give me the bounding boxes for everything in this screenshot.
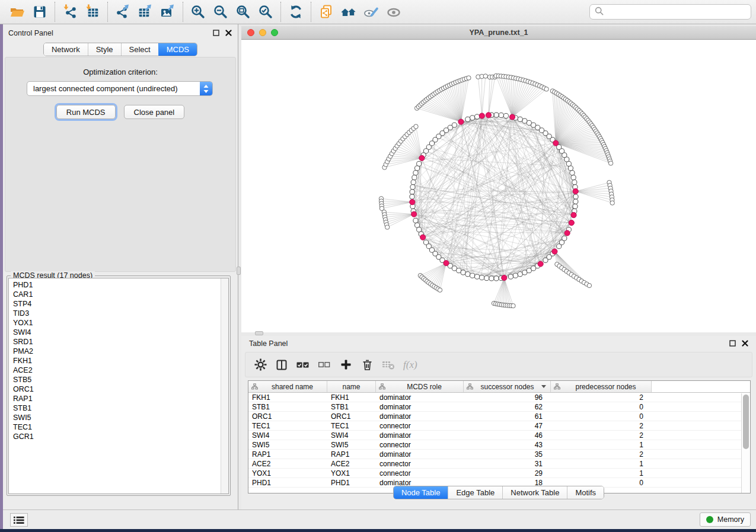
tab-style[interactable]: Style xyxy=(88,43,121,56)
zoom-fit-button[interactable] xyxy=(232,2,254,21)
vertical-splitter-handle[interactable] xyxy=(237,267,241,275)
show-columns-icon[interactable] xyxy=(275,358,288,372)
mcds-result-item[interactable]: TID3 xyxy=(13,309,228,318)
table-cell: 29 xyxy=(464,469,551,477)
close-table-panel-icon[interactable] xyxy=(741,339,748,347)
float-table-panel-icon[interactable] xyxy=(729,339,736,347)
column-header-filler xyxy=(652,381,750,392)
network-canvas[interactable] xyxy=(241,40,756,332)
zoom-out-icon xyxy=(213,4,228,20)
float-panel-icon[interactable] xyxy=(212,29,219,36)
mcds-result-item[interactable]: STP4 xyxy=(13,299,228,309)
memory-button[interactable]: Memory xyxy=(700,512,751,527)
task-history-button[interactable] xyxy=(10,513,28,527)
mcds-result-item[interactable]: SWI5 xyxy=(13,413,228,422)
search-input[interactable] xyxy=(607,8,746,17)
close-panel-button[interactable]: Close panel xyxy=(124,105,185,119)
table-settings-gear-icon[interactable] xyxy=(254,358,267,372)
tab-network-table[interactable]: Network Table xyxy=(502,486,567,499)
zoom-fit-icon xyxy=(235,4,251,20)
import-table-button[interactable] xyxy=(81,2,104,21)
horizontal-splitter-handle[interactable] xyxy=(255,331,263,335)
mcds-result-list[interactable]: PHD1CAR1STP4TID3YOX1SWI4SRD1PMA2FKH1ACE2… xyxy=(8,278,229,494)
export-image-icon xyxy=(160,4,176,20)
sort-indicator-icon[interactable] xyxy=(541,385,546,388)
table-cell: ACE2 xyxy=(248,459,327,468)
run-mcds-button[interactable]: Run MCDS xyxy=(56,105,116,119)
open-session-button[interactable] xyxy=(6,2,28,21)
mcds-result-item[interactable]: ACE2 xyxy=(13,366,228,375)
table-cell: SWI5 xyxy=(327,440,376,449)
mcds-result-item[interactable]: PHD1 xyxy=(13,280,228,290)
import-network-button[interactable] xyxy=(59,2,81,21)
mcds-result-item[interactable]: ORC1 xyxy=(13,384,228,394)
table-cell: connector xyxy=(376,469,464,477)
function-builder-icon: f(x) xyxy=(403,358,417,372)
export-image-button[interactable] xyxy=(157,2,179,21)
table-scrollbar[interactable] xyxy=(741,393,750,493)
create-column-icon[interactable] xyxy=(339,358,352,372)
column-header-MCDS-role[interactable]: MCDS role xyxy=(376,381,464,392)
zoom-out-button[interactable] xyxy=(209,2,232,21)
column-header-shared-name[interactable]: shared name xyxy=(248,381,327,392)
table-row[interactable]: FKH1FKH1dominator962 xyxy=(248,393,750,402)
close-panel-icon[interactable] xyxy=(225,29,232,36)
table-row[interactable]: STB1STB1dominator620 xyxy=(248,402,750,412)
export-network-button[interactable] xyxy=(111,2,134,21)
table-panel-title: Table Panel xyxy=(249,339,288,348)
table-row[interactable]: ORC1ORC1dominator610 xyxy=(248,412,750,421)
mcds-result-item[interactable]: FKH1 xyxy=(13,356,228,366)
tab-node-table[interactable]: Node Table xyxy=(394,486,448,499)
table-row[interactable]: YOX1YOX1connector291 xyxy=(248,469,750,478)
table-cell: 1 xyxy=(551,440,652,449)
table-cell: ORC1 xyxy=(327,412,376,421)
tab-select[interactable]: Select xyxy=(121,43,158,56)
tab-network[interactable]: Network xyxy=(44,43,88,56)
unselect-all-columns-icon[interactable] xyxy=(318,358,331,372)
network-window-titlebar[interactable]: YPA_prune.txt_1 xyxy=(241,26,756,40)
clone-network-button[interactable] xyxy=(315,2,337,21)
table-row[interactable]: ACE2ACE2connector311 xyxy=(248,459,750,469)
column-header-name[interactable]: name xyxy=(327,381,376,392)
mcds-result-item[interactable]: YOX1 xyxy=(13,318,228,328)
table-row[interactable]: TEC1TEC1connector472 xyxy=(248,421,750,431)
control-panel-title: Control Panel xyxy=(8,29,53,37)
mcds-result-item[interactable]: RAP1 xyxy=(13,394,228,403)
result-list-scrollbar[interactable] xyxy=(221,278,228,493)
export-network-icon xyxy=(115,4,130,20)
refresh-view-button[interactable] xyxy=(285,2,307,21)
table-cell: SWI4 xyxy=(327,431,376,440)
table-cell: dominator xyxy=(376,431,464,440)
select-all-columns-icon[interactable] xyxy=(296,358,310,372)
mcds-result-item[interactable]: STB5 xyxy=(13,375,228,384)
first-neighbors-button[interactable] xyxy=(337,2,360,21)
column-header-successor-nodes[interactable]: successor nodes xyxy=(464,381,551,392)
zoom-in-button[interactable] xyxy=(187,2,209,21)
mcds-result-item[interactable]: GCR1 xyxy=(13,432,228,441)
mcds-result-item[interactable]: SWI4 xyxy=(13,328,228,337)
hide-selected-button[interactable] xyxy=(360,2,382,21)
tab-motifs[interactable]: Motifs xyxy=(567,486,604,499)
export-table-button[interactable] xyxy=(134,2,157,21)
mcds-result-item[interactable]: STB1 xyxy=(13,403,228,413)
tab-mcds[interactable]: MCDS xyxy=(158,43,197,56)
mcds-result-item[interactable]: PMA2 xyxy=(13,347,228,356)
tab-edge-table[interactable]: Edge Table xyxy=(448,486,502,499)
show-all-button[interactable] xyxy=(382,2,405,21)
table-row[interactable]: SWI4SWI4dominator462 xyxy=(248,431,750,440)
optimization-criterion-select[interactable]: largest connected component (undirected) xyxy=(27,81,213,96)
table-cell: 2 xyxy=(551,393,652,402)
zoom-selected-button[interactable] xyxy=(254,2,277,21)
mcds-result-item[interactable]: CAR1 xyxy=(13,290,228,299)
mcds-result-item[interactable]: TEC1 xyxy=(13,422,228,432)
column-header-predecessor-nodes[interactable]: predecessor nodes xyxy=(551,381,652,392)
mcds-result-item[interactable]: SRD1 xyxy=(13,337,228,347)
delete-columns-icon[interactable] xyxy=(361,358,374,372)
show-all-icon xyxy=(386,4,401,20)
table-row[interactable]: RAP1RAP1dominator352 xyxy=(248,450,750,459)
save-session-button[interactable] xyxy=(28,2,51,21)
workspace: Control Panel NetworkStyleSelectMCDS Opt… xyxy=(3,24,756,529)
table-row[interactable]: SWI5SWI5connector431 xyxy=(248,440,750,450)
search-box[interactable] xyxy=(589,4,751,20)
table-cell: 2 xyxy=(551,421,652,430)
